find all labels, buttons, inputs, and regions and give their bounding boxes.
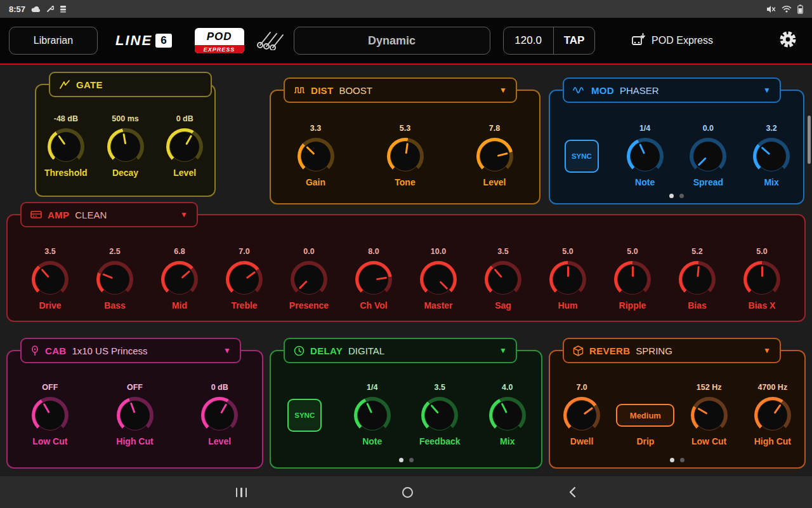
tap-button[interactable]: TAP <box>554 34 594 47</box>
knob-dial[interactable] <box>549 261 586 298</box>
knob-dial[interactable] <box>48 128 84 165</box>
page-dot[interactable] <box>680 458 684 462</box>
knob-presence[interactable]: 0.0Presence <box>277 247 341 312</box>
knob-feedback[interactable]: 3.5Feedback <box>406 383 474 448</box>
knob-dial[interactable] <box>298 138 334 175</box>
knob-dial[interactable] <box>226 261 263 298</box>
amp-header[interactable]: AMP CLEAN ▼ <box>20 202 198 227</box>
control-button-face[interactable]: Medium <box>616 404 674 427</box>
settings-gear-icon[interactable] <box>778 29 798 52</box>
knob-treble[interactable]: 7.0Treble <box>212 247 277 312</box>
knob-dial[interactable] <box>476 138 513 175</box>
page-dot[interactable] <box>409 458 414 462</box>
knob-dial[interactable] <box>614 261 651 298</box>
knob-drive[interactable]: 3.5Drive <box>18 247 82 312</box>
knob-dial[interactable] <box>679 261 716 298</box>
knob-dial[interactable] <box>563 397 600 434</box>
knob-mix[interactable]: 3.2Mix <box>740 124 803 189</box>
chevron-down-icon[interactable]: ▼ <box>499 86 507 95</box>
delay-page-dots[interactable] <box>271 458 541 462</box>
guitars-icon[interactable] <box>255 29 284 53</box>
knob-hum[interactable]: 5.0Hum <box>535 247 600 312</box>
recents-button[interactable] <box>236 488 247 497</box>
knob-tone[interactable]: 5.3Tone <box>360 124 450 189</box>
reverb-page-dots[interactable] <box>550 458 804 462</box>
knob-decay[interactable]: 500 msDecay <box>96 114 155 179</box>
reverb-header[interactable]: REVERB SPRING ▼ <box>563 338 781 363</box>
sync-button[interactable]: SYNC <box>550 124 613 189</box>
knob-dial[interactable] <box>201 397 238 434</box>
knob-dial[interactable] <box>32 261 69 298</box>
home-button[interactable] <box>402 487 413 498</box>
scrollbar[interactable] <box>808 116 811 164</box>
dist-header[interactable]: DIST BOOST ▼ <box>284 77 517 103</box>
knob-ch-vol[interactable]: 8.0Ch Vol <box>341 247 406 312</box>
page-dot[interactable] <box>679 194 684 198</box>
knob-mid[interactable]: 6.8Mid <box>147 247 212 312</box>
knob-dwell[interactable]: 7.0Dwell <box>550 383 613 448</box>
knob-dial[interactable] <box>691 397 728 434</box>
knob-dial[interactable] <box>743 261 780 298</box>
knob-dial[interactable] <box>355 261 392 298</box>
knob-dial[interactable] <box>387 138 424 175</box>
delay-header[interactable]: DELAY DIGITAL ▼ <box>284 338 517 363</box>
chevron-down-icon[interactable]: ▼ <box>223 346 231 355</box>
page-dot[interactable] <box>399 458 403 462</box>
knob-bias[interactable]: 5.2Bias <box>665 247 730 312</box>
knob-dial[interactable] <box>32 397 69 434</box>
page-dot[interactable] <box>669 194 674 198</box>
knob-low-cut[interactable]: OFFLow Cut <box>8 383 93 448</box>
knob-dial[interactable] <box>489 397 526 434</box>
knob-dial[interactable] <box>354 397 391 434</box>
knob-dial[interactable] <box>96 261 133 298</box>
knob-high-cut[interactable]: OFFHigh Cut <box>93 383 178 448</box>
chevron-down-icon[interactable]: ▼ <box>763 86 771 95</box>
knob-dial[interactable] <box>627 138 664 175</box>
chevron-down-icon[interactable]: ▼ <box>180 210 188 219</box>
knob-dial[interactable] <box>420 261 457 298</box>
knob-mix[interactable]: 4.0Mix <box>474 383 542 448</box>
back-button[interactable] <box>568 486 576 498</box>
knob-dial[interactable] <box>117 397 154 434</box>
knob-level[interactable]: 0 dBLevel <box>155 114 214 179</box>
knob-dial[interactable] <box>291 261 327 298</box>
knob-level[interactable]: 7.8Level <box>450 124 539 189</box>
knob-spread[interactable]: 0.0Spread <box>677 124 740 189</box>
page-dot[interactable] <box>670 458 674 462</box>
device-status[interactable]: POD Express <box>632 33 713 48</box>
bpm-value[interactable]: 120.0 <box>504 34 553 47</box>
knob-master[interactable]: 10.0Master <box>406 247 471 312</box>
knob-dial[interactable] <box>754 397 791 434</box>
drip-button[interactable]: MediumDrip <box>613 383 677 448</box>
knob-dial[interactable] <box>690 138 726 175</box>
knob-dial[interactable] <box>485 261 521 298</box>
knob-bass[interactable]: 2.5Bass <box>82 247 147 312</box>
cab-header[interactable]: CAB 1x10 US Princess ▼ <box>20 338 241 363</box>
knob-threshold[interactable]: -48 dBThreshold <box>36 114 96 179</box>
knob-sag[interactable]: 3.5Sag <box>471 247 535 312</box>
sync-button[interactable]: SYNC <box>271 383 339 448</box>
chevron-down-icon[interactable]: ▼ <box>763 346 771 355</box>
gate-header[interactable]: GATE <box>49 72 212 97</box>
delay-knob-row: SYNC 1/4Note3.5Feedback4.0Mix <box>271 351 541 448</box>
knob-dial[interactable] <box>107 128 144 165</box>
mod-page-dots[interactable] <box>550 194 803 198</box>
knob-ripple[interactable]: 5.0Ripple <box>600 247 665 312</box>
mod-header[interactable]: MOD PHASER ▼ <box>563 77 781 103</box>
preset-selector[interactable]: Dynamic <box>294 27 490 55</box>
knob-high-cut[interactable]: 4700 HzHigh Cut <box>741 383 804 448</box>
chevron-down-icon[interactable]: ▼ <box>499 346 507 355</box>
knob-note[interactable]: 1/4Note <box>339 383 407 448</box>
librarian-button[interactable]: Librarian <box>9 27 98 55</box>
knob-note[interactable]: 1/4Note <box>613 124 677 189</box>
knob-level[interactable]: 0 dBLevel <box>177 383 262 448</box>
knob-dial[interactable] <box>161 261 198 298</box>
knob-dial[interactable] <box>166 128 203 165</box>
control-button-face[interactable]: SYNC <box>565 140 599 173</box>
knob-low-cut[interactable]: 152 HzLow Cut <box>678 383 741 448</box>
knob-dial[interactable] <box>421 397 458 434</box>
knob-bias-x[interactable]: 5.0Bias X <box>730 247 794 312</box>
knob-dial[interactable] <box>753 138 790 175</box>
knob-gain[interactable]: 3.3Gain <box>271 124 360 189</box>
control-button-face[interactable]: SYNC <box>287 399 322 432</box>
